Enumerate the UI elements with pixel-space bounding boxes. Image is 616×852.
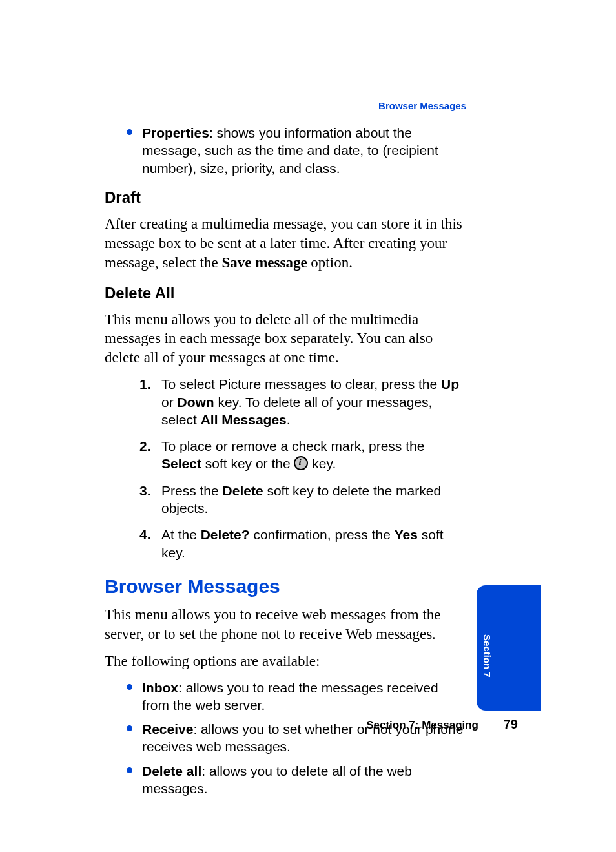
- heading-browser-messages: Browser Messages: [105, 576, 466, 597]
- step-3: 3. Press the Delete soft key to delete t…: [105, 482, 466, 517]
- step-number: 4.: [139, 526, 151, 543]
- section-tab-label: Section 7: [482, 627, 493, 685]
- bullet-icon: [127, 684, 132, 690]
- bullet-icon: [127, 767, 132, 773]
- desc: : allows you to read the messages receiv…: [142, 680, 438, 712]
- paragraph: This menu allows you to delete all of th…: [105, 310, 466, 368]
- bold-text: Delete: [223, 483, 263, 498]
- bold-text: Select: [161, 456, 201, 471]
- list-item: Delete all: allows you to delete all of …: [105, 762, 466, 798]
- term: Inbox: [142, 680, 178, 695]
- content-area: Properties: shows you information about …: [105, 124, 466, 804]
- text: confirmation, press the: [250, 527, 395, 542]
- step-2: 2. To place or remove a check mark, pres…: [105, 437, 466, 473]
- text: At the: [161, 527, 201, 542]
- bold-text: Yes: [395, 527, 418, 542]
- steps-list: 1. To select Picture messages to clear, …: [105, 375, 466, 561]
- text: soft key or the: [201, 456, 294, 471]
- text: or: [161, 395, 178, 410]
- bold-text: All Messages: [201, 412, 287, 427]
- bullet-icon: [127, 129, 132, 135]
- heading-draft: Draft: [105, 189, 466, 207]
- properties-list: Properties: shows you information about …: [105, 124, 466, 177]
- text: option.: [307, 255, 353, 271]
- running-head: Browser Messages: [378, 100, 466, 111]
- term: Properties: [142, 125, 209, 140]
- text: .: [287, 412, 291, 427]
- page: Browser Messages Properties: shows you i…: [0, 0, 616, 852]
- step-number: 2.: [139, 437, 151, 455]
- paragraph: After creating a multimedia message, you…: [105, 214, 466, 273]
- page-number: 79: [504, 717, 518, 732]
- term: Delete all: [142, 764, 201, 778]
- text: key.: [308, 456, 336, 471]
- step-1: 1. To select Picture messages to clear, …: [105, 375, 466, 428]
- step-number: 1.: [139, 375, 151, 393]
- heading-delete-all: Delete All: [105, 284, 466, 302]
- browser-options-list: Inbox: allows you to read the messages r…: [105, 679, 466, 798]
- text: To select Picture messages to clear, pre…: [161, 377, 441, 391]
- ok-key-icon: [294, 456, 308, 470]
- bold-text: Save message: [221, 255, 307, 271]
- bold-text: Down: [178, 395, 214, 410]
- text: To place or remove a check mark, press t…: [161, 439, 424, 453]
- paragraph: The following options are available:: [105, 652, 466, 671]
- page-footer: Section 7: Messaging 79: [105, 717, 518, 732]
- text: Press the: [161, 483, 223, 498]
- paragraph: This menu allows you to receive web mess…: [105, 605, 466, 644]
- step-number: 3.: [139, 482, 151, 499]
- list-item: Properties: shows you information about …: [105, 124, 466, 177]
- step-4: 4. At the Delete? confirmation, press th…: [105, 526, 466, 561]
- bold-text: Up: [441, 377, 459, 391]
- bold-text: Delete?: [201, 527, 250, 542]
- footer-section-label: Section 7: Messaging: [366, 719, 478, 731]
- list-item: Inbox: allows you to read the messages r…: [105, 679, 466, 714]
